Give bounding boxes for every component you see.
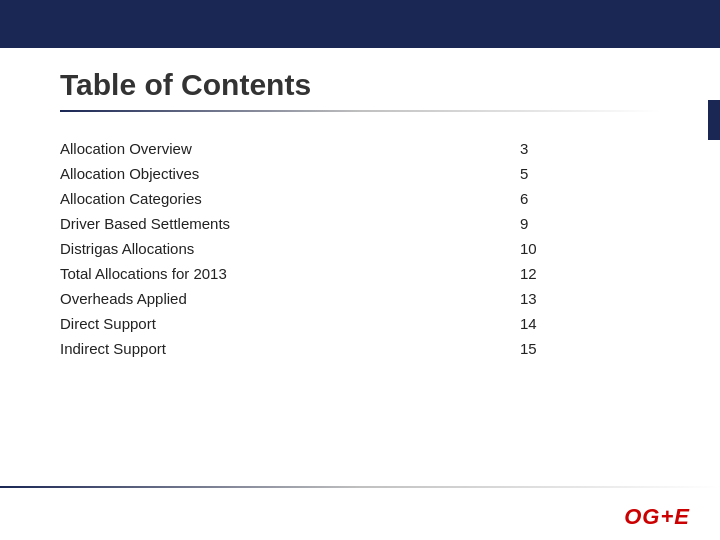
toc-item-page: 5 [480, 161, 660, 186]
toc-row: Direct Support14 [60, 311, 660, 336]
toc-item-label: Direct Support [60, 311, 480, 336]
toc-row: Allocation Objectives5 [60, 161, 660, 186]
toc-item-label: Allocation Objectives [60, 161, 480, 186]
logo-text: OG+E [624, 504, 690, 530]
toc-row: Indirect Support15 [60, 336, 660, 361]
toc-row: Allocation Categories6 [60, 186, 660, 211]
toc-item-label: Driver Based Settlements [60, 211, 480, 236]
toc-table: Allocation Overview3Allocation Objective… [60, 136, 660, 361]
top-bar [0, 0, 720, 48]
toc-row: Driver Based Settlements9 [60, 211, 660, 236]
toc-item-page: 15 [480, 336, 660, 361]
logo-og: OG [624, 504, 660, 529]
title-divider [60, 110, 660, 112]
toc-row: Distrigas Allocations10 [60, 236, 660, 261]
toc-item-page: 3 [480, 136, 660, 161]
toc-item-label: Indirect Support [60, 336, 480, 361]
toc-item-label: Distrigas Allocations [60, 236, 480, 261]
main-content: Table of Contents Allocation Overview3Al… [0, 48, 720, 381]
toc-item-label: Total Allocations for 2013 [60, 261, 480, 286]
toc-item-page: 12 [480, 261, 660, 286]
toc-item-label: Allocation Overview [60, 136, 480, 161]
toc-item-page: 10 [480, 236, 660, 261]
slide: Table of Contents Allocation Overview3Al… [0, 0, 720, 540]
toc-row: Overheads Applied13 [60, 286, 660, 311]
toc-item-page: 14 [480, 311, 660, 336]
logo-area: OG+E [624, 504, 690, 530]
toc-row: Allocation Overview3 [60, 136, 660, 161]
logo-plus: + [660, 504, 674, 529]
accent-bar [708, 100, 720, 140]
toc-item-page: 13 [480, 286, 660, 311]
toc-item-label: Overheads Applied [60, 286, 480, 311]
title-section: Table of Contents [60, 68, 660, 102]
toc-item-page: 6 [480, 186, 660, 211]
toc-row: Total Allocations for 201312 [60, 261, 660, 286]
logo-e: E [674, 504, 690, 529]
page-title: Table of Contents [60, 68, 660, 102]
toc-item-page: 9 [480, 211, 660, 236]
bottom-divider [0, 486, 720, 488]
toc-item-label: Allocation Categories [60, 186, 480, 211]
